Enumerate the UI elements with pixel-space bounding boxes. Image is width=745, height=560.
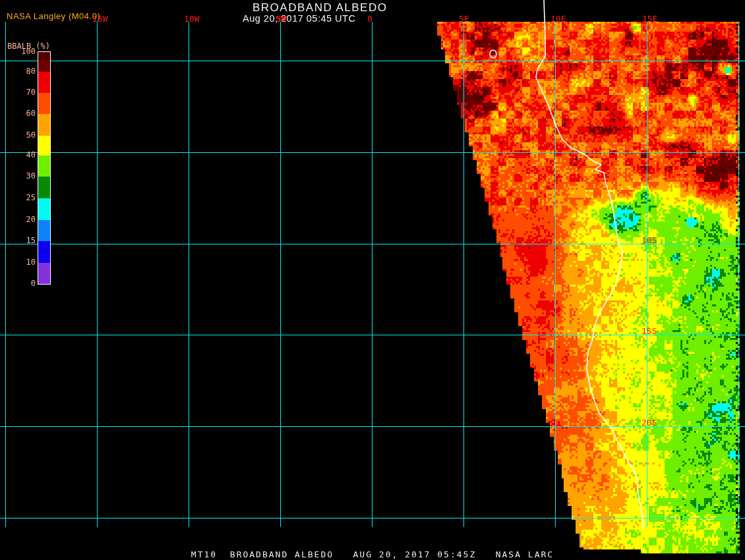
lon-label: 5E (459, 14, 469, 24)
lon-label: 15E (642, 14, 657, 24)
albedo-map-product: BBALB (%) 100807060504030252015100 NASA … (0, 0, 745, 560)
lat-label: 20S (641, 418, 657, 428)
lat-label: 10S (641, 235, 657, 245)
lon-label: 15W (92, 14, 107, 24)
timestamp-subtitle: Aug 20, 2017 05:45 UTC (243, 13, 355, 24)
source-label: NASA Langley (M04.0) (7, 11, 100, 21)
footer-caption: MT10 BROADBAND ALBEDO AUG 20, 2017 05:45… (0, 549, 745, 559)
page-title: BROADBAND ALBEDO (253, 1, 387, 14)
lon-label: 5W (276, 14, 286, 24)
lat-label: 15S (641, 326, 657, 336)
annotation-labels: NASA Langley (M04.0) 5W BROADBAND ALBEDO… (0, 0, 745, 560)
lon-label: 0 (367, 14, 372, 24)
lon-label: 10E (551, 14, 566, 24)
lon-label: 10W (184, 14, 199, 24)
